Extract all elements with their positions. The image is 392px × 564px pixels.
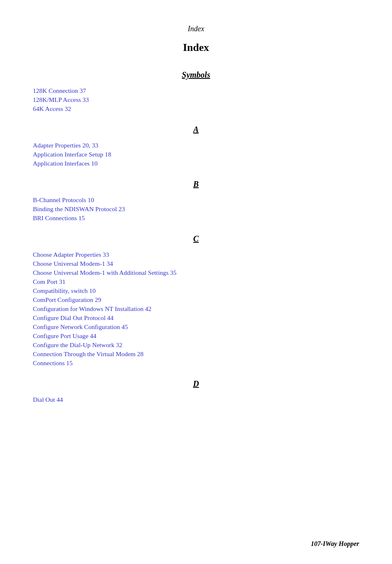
index-link[interactable]: Configure the Dial-Up Network 32 — [33, 341, 359, 349]
index-link[interactable]: Choose Universal Modem-1 with Additional… — [33, 269, 359, 276]
index-link[interactable]: Adapter Properties 20, 33 — [33, 142, 359, 149]
index-link[interactable]: B-Channel Protocols 10 — [33, 196, 359, 204]
index-link[interactable]: 64K Access 32 — [33, 105, 359, 113]
index-link[interactable]: Application Interface Setup 18 — [33, 151, 359, 158]
title-text: Index — [183, 41, 209, 53]
section-symbols: Symbols128K Connection 37128K/MLP Access… — [33, 70, 359, 113]
page-title: Index — [33, 41, 359, 54]
page-header-italic: Index — [33, 25, 359, 33]
section-heading-b: B — [33, 180, 359, 189]
footer-label: 107-IWay Hopper — [311, 540, 359, 548]
index-link[interactable]: Application Interfaces 10 — [33, 160, 359, 167]
index-link[interactable]: Com Port 31 — [33, 278, 359, 285]
index-link[interactable]: Configure Network Configuration 45 — [33, 323, 359, 331]
section-b: BB-Channel Protocols 10Binding the NDISW… — [33, 180, 359, 222]
index-link[interactable]: Compatibility, switch 10 — [33, 287, 359, 295]
section-heading-a: A — [33, 125, 359, 134]
index-link[interactable]: 128K Connection 37 — [33, 87, 359, 94]
header-italic-text: Index — [188, 25, 204, 33]
page-container: Index Index Symbols128K Connection 37128… — [0, 0, 392, 564]
index-link[interactable]: 128K/MLP Access 33 — [33, 96, 359, 104]
index-link[interactable]: Dial Out 44 — [33, 396, 359, 403]
index-link[interactable]: Choose Universal Modem-1 34 — [33, 260, 359, 267]
section-d: DDial Out 44 — [33, 379, 359, 403]
section-heading-c: C — [33, 234, 359, 244]
index-link[interactable]: Choose Adapter Properties 33 — [33, 251, 359, 258]
section-heading-d: D — [33, 379, 359, 389]
index-link[interactable]: ComPort Configuration 29 — [33, 296, 359, 304]
section-heading-symbols: Symbols — [33, 70, 359, 80]
index-link[interactable]: Connection Through the Virtual Modem 28 — [33, 350, 359, 358]
index-link[interactable]: Configure Dial Out Protocol 44 — [33, 314, 359, 322]
index-link[interactable]: Configuration for Windows NT Installatio… — [33, 305, 359, 313]
footer-text: 107-IWay Hopper — [311, 540, 359, 547]
index-link[interactable]: Connections 15 — [33, 359, 359, 367]
section-a: AAdapter Properties 20, 33Application In… — [33, 125, 359, 167]
sections-container: Symbols128K Connection 37128K/MLP Access… — [33, 70, 359, 403]
index-link[interactable]: Binding the NDISWAN Protocol 23 — [33, 205, 359, 213]
index-link[interactable]: BRI Connections 15 — [33, 214, 359, 222]
index-link[interactable]: Configure Port Usage 44 — [33, 332, 359, 340]
section-c: CChoose Adapter Properties 33Choose Univ… — [33, 234, 359, 367]
